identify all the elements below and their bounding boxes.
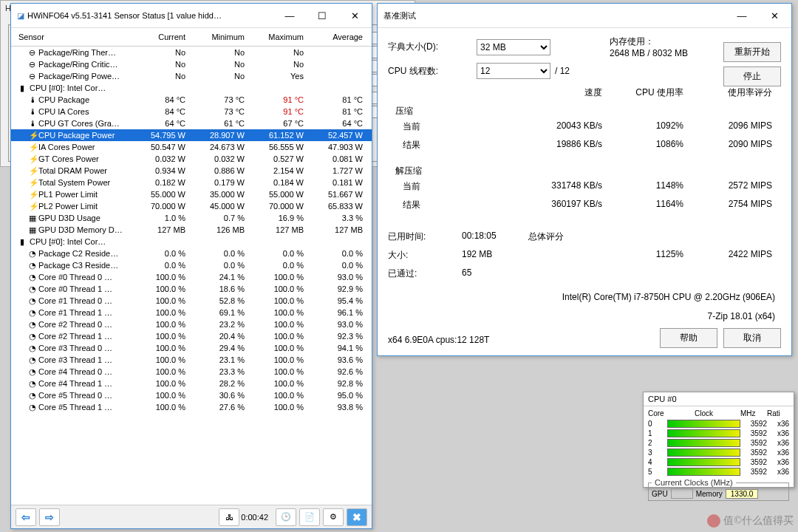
cpu-clock-tooltip: CPU #0 CoreClockMHzRati 03592x3613592x36… xyxy=(643,392,794,488)
mem-value: 2648 MB / 8032 MB xyxy=(610,48,688,58)
current-clocks-fieldset: Current Clocks (MHz) GPU Memory 1330.0 xyxy=(648,478,789,501)
decompress-section: 解压缩 xyxy=(388,165,781,177)
sensor-row[interactable]: ◔Core #1 Thread 0 …100.0 %52.8 %100.0 %9… xyxy=(11,295,372,307)
col-maximum[interactable]: Maximum xyxy=(249,33,308,41)
bench-header: 速度 CPU 使用率 使用率评分 评分 xyxy=(388,86,781,99)
nav-fwd-button[interactable]: ⇨ xyxy=(39,508,60,526)
maximize-button[interactable]: ☐ xyxy=(311,8,333,23)
sensor-row[interactable]: ◔Core #1 Thread 1 …100.0 %69.1 %100.0 %9… xyxy=(11,307,372,318)
sensor-row[interactable]: ◔Core #3 Thread 0 …100.0 %29.4 %100.0 %9… xyxy=(11,342,372,354)
minimize-button[interactable]: — xyxy=(279,8,301,23)
watermark: 值©什么值得买 xyxy=(707,514,794,528)
passed-row: 已通过:65 xyxy=(388,265,781,283)
sensor-row[interactable]: 🌡CPU Package84 °C73 °C91 °C81 °C xyxy=(11,94,372,106)
threads-select[interactable]: 12 xyxy=(477,63,550,79)
core-row: 13592x36 xyxy=(648,429,789,437)
core-row: 33592x36 xyxy=(648,449,789,457)
sensor-row[interactable]: ◔Core #5 Thread 0 …100.0 %30.6 %100.0 %9… xyxy=(11,389,372,401)
cpu-info: Intel(R) Core(TM) i7-8750H CPU @ 2.20GHz… xyxy=(388,292,781,302)
sensor-row[interactable]: ◔Package C2 Reside…0.0 %0.0 %0.0 %0.0 % xyxy=(11,248,372,259)
sensor-row[interactable]: ◔Core #3 Thread 1 …100.0 %23.1 %100.0 %9… xyxy=(11,354,372,366)
mem-label: 内存使用： xyxy=(610,36,654,47)
sensor-rows[interactable]: ⊖Package/Ring Ther…NoNoNo⊖Package/Ring C… xyxy=(11,47,372,514)
sensor-row[interactable]: ⚡CPU Package Power54.795 W28.907 W61.152… xyxy=(11,129,372,141)
sensor-row[interactable]: ◔Core #0 Thread 0 …100.0 %24.1 %100.0 %9… xyxy=(11,271,372,283)
sevenzip-version: 7-Zip 18.01 (x64) xyxy=(388,311,781,321)
core-row: 03592x36 xyxy=(648,420,789,428)
restart-button[interactable]: 重新开始 xyxy=(723,42,781,62)
sevenzip-window: 基准测试 — ✕ 字典大小(D): 32 MB 内存使用：2648 MB / 8… xyxy=(377,3,792,356)
decompress-result-row: 结果360197 KB/s1164%2754 MIPS32056 MIPS xyxy=(388,196,781,214)
col-minimum[interactable]: Minimum xyxy=(190,33,249,41)
nav-back-button[interactable]: ⇦ xyxy=(16,508,36,526)
sensor-row[interactable]: ▦GPU D3D Usage1.0 %0.7 %16.9 %3.3 % xyxy=(11,212,372,224)
sensor-row[interactable]: ⚡Total DRAM Power0.934 W0.886 W2.154 W1.… xyxy=(11,165,372,177)
summary-row: 已用时间:00:18:05 总体评分 xyxy=(388,228,781,246)
tree-button[interactable]: 🖧 xyxy=(219,508,239,526)
timer-label: 0:00:42 xyxy=(241,513,268,522)
sevenzip-titlebar[interactable]: 基准测试 — ✕ xyxy=(378,4,791,28)
stop-button[interactable]: 停止 xyxy=(723,66,781,86)
current-clocks-label: Current Clocks (MHz) xyxy=(652,478,736,487)
threads-total: / 12 xyxy=(550,66,610,76)
sensor-table-header: Sensor Current Minimum Maximum Average xyxy=(11,28,372,47)
clock-button[interactable]: 🕒 xyxy=(276,508,296,526)
sensor-row[interactable]: ⚡PL1 Power Limit55.000 W35.000 W55.000 W… xyxy=(11,188,372,200)
compress-current-row: 当前20043 KB/s1092%2096 MIPS22885 MIPS xyxy=(388,117,781,136)
hwinfo-toolbar: ⇦ ⇨ 🖧 0:00:42 🕒 📄 ⚙ ✖ xyxy=(11,505,372,528)
sensor-row[interactable]: ⊖Package/Ring Critic…NoNoNo xyxy=(11,58,372,70)
cputool-header: CoreClockMHzRati xyxy=(648,409,789,417)
compress-section: 压缩 xyxy=(388,105,781,117)
sz-minimize-button[interactable]: — xyxy=(731,8,753,23)
sensor-row[interactable]: ◔Core #2 Thread 0 …100.0 %23.2 %100.0 %9… xyxy=(11,318,372,330)
sensor-row[interactable]: 🌡CPU IA Cores84 °C73 °C91 °C81 °C xyxy=(11,106,372,117)
sensor-row[interactable]: ⊖Package/Ring Ther…NoNoNo xyxy=(11,47,372,58)
size-total-row: 大小:192 MB 1125%2422 MIPS27380 MIPS xyxy=(388,246,781,265)
hwinfo-window: ◪ HWiNFO64 v5.51-3141 Sensor Status [1 v… xyxy=(10,3,372,529)
mem-label: Memory xyxy=(696,490,723,498)
sensor-row[interactable]: 🌡CPU GT Cores (Gra…64 °C61 °C67 °C64 °C xyxy=(11,117,372,129)
core-row: 23592x36 xyxy=(648,439,789,447)
cputool-title[interactable]: CPU #0 xyxy=(644,392,794,406)
core-row: 43592x36 xyxy=(648,458,789,466)
compress-result-row: 结果19886 KB/s1086%2090 MIPS22705 MIPS xyxy=(388,136,781,154)
settings-button[interactable]: ⚙ xyxy=(323,508,344,526)
hwinfo-title: HWiNFO64 v5.51-3141 Sensor Status [1 val… xyxy=(27,11,279,20)
sensor-section[interactable]: ▮CPU [#0]: Intel Cor… xyxy=(11,236,372,248)
sensor-row[interactable]: ◔Core #4 Thread 1 …100.0 %28.2 %100.0 %9… xyxy=(11,378,372,389)
core-row: 53592x36 xyxy=(648,468,789,476)
sensor-row[interactable]: ⚡IA Cores Power50.547 W24.673 W56.555 W4… xyxy=(11,141,372,153)
sensor-row[interactable]: ⚡Total System Power0.182 W0.179 W0.184 W… xyxy=(11,177,372,188)
sensor-row[interactable]: ⊖Package/Ring Powe…NoNoYes xyxy=(11,70,372,82)
decompress-current-row: 当前331748 KB/s1148%2572 MIPS29524 MIPS xyxy=(388,177,781,196)
close-button[interactable]: ✕ xyxy=(344,8,366,23)
gpu-label: GPU xyxy=(652,490,668,498)
cancel-button[interactable]: 取消 xyxy=(723,328,781,348)
sensor-row[interactable]: ◔Core #4 Thread 0 …100.0 %23.3 %100.0 %9… xyxy=(11,366,372,378)
sensor-row[interactable]: ◔Core #0 Thread 1 …100.0 %18.6 %100.0 %9… xyxy=(11,283,372,295)
sensor-row[interactable]: ▦GPU D3D Memory D…127 MB126 MB127 MB127 … xyxy=(11,224,372,236)
help-button[interactable]: 帮助 xyxy=(660,328,717,348)
sz-close-button[interactable]: ✕ xyxy=(763,8,785,23)
sensor-row[interactable]: ◔Core #2 Thread 1 …100.0 %20.4 %100.0 %9… xyxy=(11,330,372,342)
close-toolbar-button[interactable]: ✖ xyxy=(347,508,367,526)
log-button[interactable]: 📄 xyxy=(299,508,320,526)
mem-clock: 1330.0 xyxy=(726,489,759,499)
threads-label: CPU 线程数: xyxy=(388,65,477,78)
gpu-clock xyxy=(671,488,693,499)
sensor-row[interactable]: ⚡PL2 Power Limit70.000 W45.000 W70.000 W… xyxy=(11,200,372,212)
sevenzip-title: 基准测试 xyxy=(383,10,731,21)
col-sensor[interactable]: Sensor xyxy=(14,33,131,41)
dict-label: 字典大小(D): xyxy=(388,41,477,53)
sensor-row[interactable]: ⚡GT Cores Power0.032 W0.032 W0.527 W0.08… xyxy=(11,153,372,165)
app-icon: ◪ xyxy=(17,11,24,21)
sensor-row[interactable]: ◔Core #5 Thread 1 …100.0 %27.6 %100.0 %9… xyxy=(11,401,372,413)
col-average[interactable]: Average xyxy=(308,33,367,41)
sensor-row[interactable]: ◔Package C3 Reside…0.0 %0.0 %0.0 %0.0 % xyxy=(11,259,372,271)
col-current[interactable]: Current xyxy=(131,33,190,41)
watermark-icon xyxy=(707,514,720,528)
hwinfo-titlebar[interactable]: ◪ HWiNFO64 v5.51-3141 Sensor Status [1 v… xyxy=(11,4,372,28)
dict-select[interactable]: 32 MB xyxy=(477,39,550,55)
sensor-section[interactable]: ▮CPU [#0]: Intel Cor… xyxy=(11,82,372,94)
